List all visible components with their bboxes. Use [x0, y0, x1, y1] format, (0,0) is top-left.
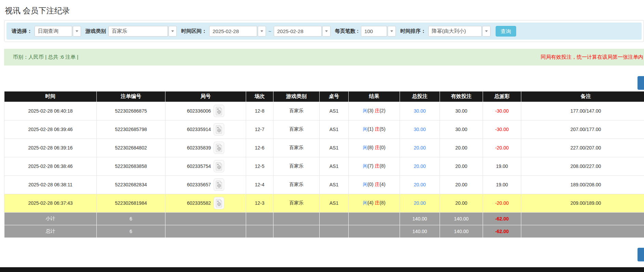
- video-replay-button[interactable]: [214, 142, 224, 154]
- cell-table-no: AS1: [320, 102, 349, 120]
- filter-bar: 请选择： 日期查询 游戏类别 百家乐 时间区间： 2025-02-28 ~ 20…: [6, 23, 642, 40]
- column-header-3: 场次: [246, 91, 273, 102]
- result-banker-score: (4): [379, 182, 385, 187]
- cell-remark: 227.00/207.00: [521, 139, 644, 157]
- cell-footer-empty: [320, 225, 349, 238]
- cell-table-no: AS1: [320, 139, 349, 157]
- date-to-dropdown-button[interactable]: [322, 26, 331, 37]
- result-player-score: (3): [367, 108, 373, 113]
- date-to-input[interactable]: 2025-02-28: [274, 26, 322, 37]
- result-player: 闲: [363, 182, 367, 187]
- query-type-select[interactable]: 日期查询: [35, 26, 72, 37]
- chevron-down-icon: [76, 30, 78, 32]
- page-title: 视讯 会员下注纪录: [5, 5, 70, 16]
- table-row[interactable]: 2025-02-28 06:37:43522302681984602335582…: [4, 194, 644, 212]
- game-type-dropdown-button[interactable]: [169, 26, 177, 37]
- round-id-text: 602336006: [187, 108, 211, 114]
- cell-game-type: 百家乐: [273, 139, 320, 157]
- result-player-score: (1): [367, 126, 373, 132]
- table-header-row: 时间注单编号局号场次游戏类别桌号结果总投注有效投注总派彩备注: [4, 91, 644, 102]
- cell-footer-count: 6: [97, 225, 165, 238]
- cell-footer-empty: [246, 212, 273, 225]
- table-row[interactable]: 2025-02-28 06:39:46522302685798602335914…: [4, 120, 644, 139]
- query-type-combo: 日期查询: [35, 26, 81, 37]
- cell-round-id: 602335754: [165, 157, 246, 175]
- cell-round-id: 602335914: [165, 120, 246, 139]
- page-size-combo: 100: [361, 26, 396, 37]
- cell-session: 12-8: [246, 102, 273, 120]
- cell-game-type: 百家乐: [273, 157, 320, 175]
- page-size-dropdown-button[interactable]: [388, 26, 396, 37]
- cell-payout: 19.00: [483, 157, 521, 175]
- cell-round-id: 602336006: [165, 102, 246, 120]
- cell-time: 2025-02-28 06:39:16: [4, 139, 97, 157]
- table-row[interactable]: 2025-02-28 06:40:18522302686875602336006…: [4, 102, 644, 120]
- result-player: 闲: [363, 200, 367, 205]
- cell-session: 12-4: [246, 175, 273, 194]
- result-banker: 庄: [375, 108, 379, 113]
- currency-total-text: 币别：人民币 | 总共 :6 注单 |: [13, 54, 78, 60]
- pagination-button-bottom[interactable]: [638, 248, 644, 261]
- cell-time: 2025-02-28 06:39:46: [4, 120, 97, 139]
- result-player-score: (0): [367, 182, 373, 187]
- cell-result: 闲(8) 庄(0): [349, 139, 400, 157]
- round-id-text: 602335914: [187, 127, 211, 132]
- table-row[interactable]: 2025-02-28 06:38:46522302683858602335754…: [4, 157, 644, 175]
- result-banker: 庄: [375, 163, 379, 169]
- cell-time: 2025-02-28 06:38:11: [4, 175, 97, 194]
- video-replay-button[interactable]: [214, 123, 224, 135]
- cell-footer-empty: [320, 212, 349, 225]
- date-from-combo: 2025-02-28: [209, 26, 266, 37]
- result-banker: 庄: [375, 126, 379, 132]
- column-header-10: 备注: [521, 91, 644, 102]
- query-type-dropdown-button[interactable]: [73, 26, 81, 37]
- pagination-button-top[interactable]: [638, 76, 644, 90]
- cell-footer-total-bet: 140.00: [400, 225, 440, 238]
- cell-footer-empty: [165, 225, 246, 238]
- video-record-icon: [216, 162, 223, 171]
- video-replay-button[interactable]: [214, 178, 224, 191]
- video-replay-button[interactable]: [214, 160, 224, 172]
- cell-time: 2025-02-28 06:38:46: [4, 157, 97, 175]
- sort-combo: 降幂(由大到小): [428, 26, 491, 37]
- cell-result: 闲(7) 庄(8): [349, 157, 400, 175]
- chevron-down-icon: [390, 30, 393, 32]
- date-range-tilde: ~: [268, 28, 271, 34]
- result-player-score: (4): [367, 200, 373, 205]
- result-banker-score: (8): [379, 200, 385, 205]
- bottom-bar: [0, 267, 644, 272]
- column-header-6: 结果: [349, 91, 400, 102]
- cell-valid-bet: 30.00: [440, 120, 483, 139]
- result-player: 闲: [363, 145, 367, 150]
- cell-total-bet: 20.00: [400, 157, 440, 175]
- table-row[interactable]: 2025-02-28 06:39:16522302684802602335839…: [4, 139, 644, 157]
- sort-select[interactable]: 降幂(由大到小): [428, 26, 482, 37]
- video-replay-button[interactable]: [214, 197, 224, 209]
- cell-bet-id: 522302681984: [97, 194, 165, 212]
- cell-remark: 208.00/227.00: [521, 157, 644, 175]
- cell-remark: 207.00/177.00: [521, 120, 644, 139]
- page-size-select[interactable]: 100: [361, 26, 387, 37]
- cell-valid-bet: 30.00: [440, 102, 483, 120]
- cell-payout: -20.00: [483, 139, 521, 157]
- sort-dropdown-button[interactable]: [482, 26, 491, 37]
- cell-bet-id: 522302685798: [97, 120, 165, 139]
- chevron-down-icon: [260, 30, 263, 32]
- result-player: 闲: [363, 126, 367, 132]
- video-replay-button[interactable]: [214, 105, 224, 117]
- cell-result: 闲(1) 庄(5): [349, 120, 400, 139]
- date-from-dropdown-button[interactable]: [258, 26, 266, 37]
- cell-total-bet: 20.00: [400, 194, 440, 212]
- chevron-down-icon: [485, 30, 488, 32]
- cell-result: 闲(3) 庄(2): [349, 102, 400, 120]
- game-type-select[interactable]: 百家乐: [108, 26, 168, 37]
- column-header-9: 总派彩: [483, 91, 521, 102]
- bet-records-table: 时间注单编号局号场次游戏类别桌号结果总投注有效投注总派彩备注 2025-02-2…: [4, 91, 644, 238]
- cell-footer-label: 总计: [4, 225, 97, 238]
- cell-footer-remark: [521, 212, 644, 225]
- table-row[interactable]: 2025-02-28 06:38:11522302682834602335657…: [4, 175, 644, 194]
- chevron-down-icon: [171, 30, 174, 32]
- date-from-input[interactable]: 2025-02-28: [209, 26, 257, 37]
- search-button[interactable]: 查询: [496, 26, 516, 37]
- cell-payout: -30.00: [483, 102, 521, 120]
